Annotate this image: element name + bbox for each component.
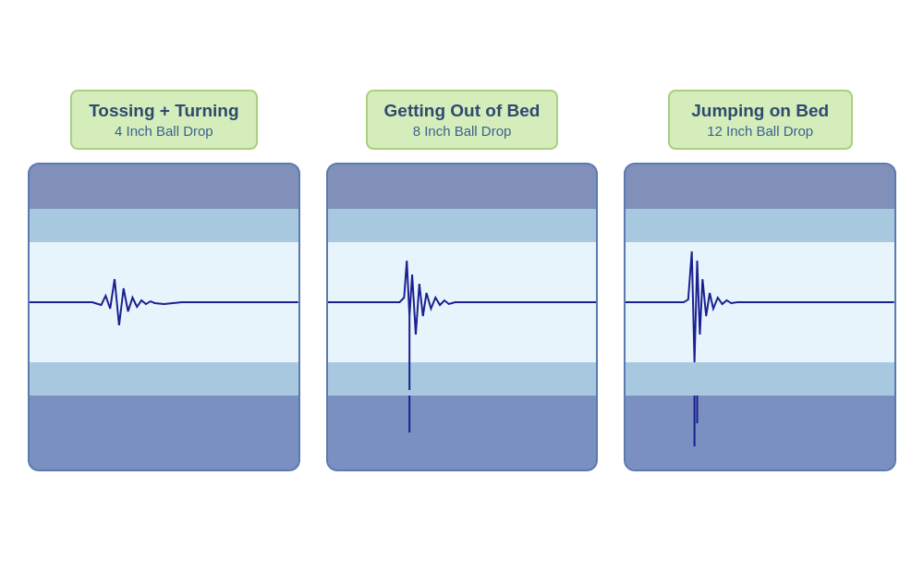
chart-middle-tossing <box>30 242 298 362</box>
chart-bottom-band-jumping <box>626 396 894 470</box>
chart-group-tossing: Tossing + Turning 4 Inch Ball Drop <box>28 90 300 471</box>
chart-upper-band-tossing <box>30 209 298 242</box>
main-container: Tossing + Turning 4 Inch Ball Drop Getti… <box>0 71 924 490</box>
chart-middle-jumping <box>626 242 894 362</box>
waveform-tossing <box>30 242 298 362</box>
chart-middle-getting-out <box>328 242 597 362</box>
label-box-tossing: Tossing + Turning 4 Inch Ball Drop <box>70 90 257 150</box>
waveform-jumping-lower <box>626 396 894 470</box>
chart-group-jumping: Jumping on Bed 12 Inch Ball Drop <box>624 90 896 471</box>
label-sub-jumping: 12 Inch Ball Drop <box>687 123 834 139</box>
chart-bottom-band-tossing <box>30 396 298 470</box>
waveform-getting-out <box>328 242 597 362</box>
chart-lower-band-tossing <box>30 362 298 396</box>
waveform-jumping <box>626 242 894 362</box>
label-title-jumping: Jumping on Bed <box>687 101 834 121</box>
chart-top-band-jumping <box>626 165 894 209</box>
chart-card-getting-out <box>326 163 599 471</box>
chart-top-band-tossing <box>30 165 298 209</box>
label-box-jumping: Jumping on Bed 12 Inch Ball Drop <box>668 90 853 150</box>
waveform-getting-out-lower <box>328 396 597 470</box>
chart-top-band-getting-out <box>328 165 597 209</box>
chart-group-getting-out: Getting Out of Bed 8 Inch Ball Drop <box>326 90 599 471</box>
label-title-tossing: Tossing + Turning <box>89 101 238 121</box>
chart-upper-band-jumping <box>626 209 894 242</box>
chart-card-tossing <box>28 163 300 471</box>
chart-upper-band-getting-out <box>328 209 597 242</box>
label-sub-getting-out: 8 Inch Ball Drop <box>384 123 541 139</box>
label-sub-tossing: 4 Inch Ball Drop <box>89 123 238 139</box>
chart-lower-band-jumping <box>626 362 894 396</box>
label-title-getting-out: Getting Out of Bed <box>384 101 541 121</box>
chart-lower-band-getting-out <box>328 362 597 396</box>
label-box-getting-out: Getting Out of Bed 8 Inch Ball Drop <box>366 90 559 150</box>
chart-bottom-band-getting-out <box>328 396 597 470</box>
chart-card-jumping <box>624 163 896 471</box>
